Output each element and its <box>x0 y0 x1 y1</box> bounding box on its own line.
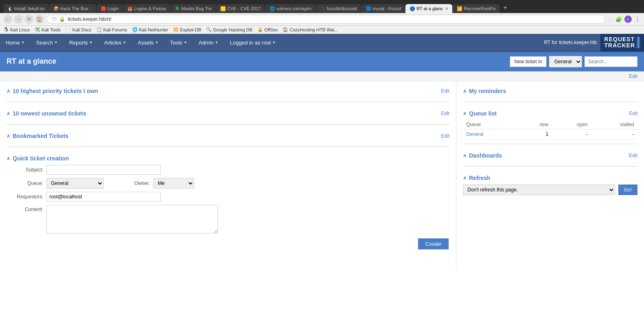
quick-creation-header: ∧ Quick ticket creation <box>7 155 449 162</box>
tab-recoverroot[interactable]: 📶RecoverRootPa <box>453 4 500 13</box>
url-bar[interactable]: 🛡 🔒 tickets.keeper.htb/rt/ <box>46 15 605 24</box>
tab-cve[interactable]: 🟨CVE - CVE-2017 <box>216 4 265 13</box>
bookmarked-title[interactable]: ∧ Bookmarked Tickets <box>7 133 69 139</box>
tab-hackthebox[interactable]: 📦Hack The Box :: <box>49 4 96 13</box>
tab-mysql[interactable]: 🟦mysql - Found <box>362 4 405 13</box>
owner-select[interactable]: Me Nobody <box>153 178 194 189</box>
highest-priority-header: ∧ 10 highest priority tickets I own Edit <box>7 88 449 94</box>
collapse-icon: ∧ <box>463 88 467 94</box>
rt-header-right: RT for tickets.keeper.htb REQUEST TRACKE… <box>544 34 644 51</box>
tab-bar: 🐧Install Jekyll on 📦Hack The Box :: 🔴Log… <box>3 2 641 13</box>
collapse-icon: ∧ <box>463 175 467 181</box>
tab-close-icon[interactable]: ✕ <box>445 7 448 11</box>
tab-rt-glance[interactable]: 🔵RT at a glanc✕ <box>405 4 452 13</box>
bookmark-kali-forums[interactable]: 📋Kali Forums <box>96 27 127 32</box>
queue-list-title[interactable]: ∧ Queue list <box>463 110 497 117</box>
subject-label: Subject: <box>7 167 43 173</box>
back-button[interactable]: ← <box>3 15 12 24</box>
collapse-icon: ∧ <box>463 111 467 116</box>
bookmark-kali-linux[interactable]: 🐧Kali Linux <box>3 27 30 32</box>
bookmark-kali-tools[interactable]: 🛠️Kali Tools <box>35 27 61 32</box>
reload-button[interactable]: ↻ <box>24 15 33 24</box>
queue-table: Queue new open stalled General 1 - - <box>463 120 637 140</box>
menu-icon[interactable]: ⋮ <box>634 16 641 23</box>
nav-assets[interactable]: Assets ▼ <box>132 36 164 50</box>
bookmark-cozyhosting[interactable]: 🏠CozyHosting HTB Wal... <box>283 27 338 32</box>
content-textarea[interactable] <box>46 205 218 233</box>
bookmark-exploit-db[interactable]: 💥Exploit-DB <box>173 27 201 32</box>
nav-logged-as[interactable]: Logged in as root ▼ <box>224 36 281 50</box>
refresh-select[interactable]: Don't refresh this page. Every 2 minutes… <box>463 185 615 195</box>
refresh-title[interactable]: ∧ Refresh <box>463 175 490 181</box>
home-button[interactable]: 🏠 <box>35 15 44 24</box>
bookmark-favicon: 🐧 <box>3 27 9 32</box>
col-stalled: stalled <box>591 120 637 129</box>
bookmark-favicon: 🔒 <box>257 27 263 32</box>
bookmark-kali-nethunter[interactable]: 🌐Kali NetHunter <box>132 27 168 32</box>
forward-button[interactable]: → <box>14 15 23 24</box>
newest-unowned-title[interactable]: ∧ 10 newest unowned tickets <box>7 110 86 117</box>
queue-select[interactable]: General Support <box>46 178 104 189</box>
tab-login[interactable]: 🔴Login <box>97 4 123 13</box>
subject-input[interactable] <box>46 165 161 175</box>
col-queue: Queue <box>463 120 517 129</box>
profile-icon: r <box>624 16 632 23</box>
requestors-row: Requestors: <box>7 192 449 202</box>
reminders-title[interactable]: ∧ My reminders <box>463 88 506 94</box>
nav-buttons: ← → ↻ 🏠 <box>3 15 44 24</box>
nav-search[interactable]: Search ▼ <box>31 36 64 50</box>
highest-priority-section: ∧ 10 highest priority tickets I own Edit <box>7 88 449 102</box>
tab-logins-passw[interactable]: 🦊Logins & Passw <box>123 4 170 13</box>
collapse-icon: ∧ <box>7 111 10 116</box>
bookmark-favicon: 🛠️ <box>35 27 40 32</box>
nav-home[interactable]: Home ▼ <box>0 36 31 50</box>
new-tab-button[interactable]: + <box>500 2 510 13</box>
bookmark-kali-docs[interactable]: 📄Kali Docs <box>66 27 91 32</box>
reports-dropdown-arrow: ▼ <box>89 40 93 44</box>
nav-articles[interactable]: Articles ▼ <box>98 36 132 50</box>
admin-dropdown-arrow: ▼ <box>215 40 219 44</box>
highest-priority-title[interactable]: ∧ 10 highest priority tickets I own <box>7 88 98 94</box>
logged-dropdown-arrow: ▼ <box>272 40 276 44</box>
bookmark-google-hacking[interactable]: 🔍Google Hacking DB <box>206 27 252 32</box>
rt-logo-request: REQUEST <box>604 36 635 42</box>
page-edit-link[interactable]: Edit <box>629 73 637 79</box>
tab-vulners[interactable]: 🌐vulners.com/api/v <box>266 4 316 13</box>
reminders-section: ∧ My reminders <box>463 88 637 102</box>
requestors-input[interactable] <box>46 192 161 202</box>
create-ticket-button[interactable]: Create <box>418 238 449 249</box>
queue-list-header: ∧ Queue list Edit <box>463 110 637 117</box>
tab-fuzzdb[interactable]: ⚫fuzzdb/docs/att <box>316 4 361 13</box>
go-button[interactable]: Go! <box>618 185 637 195</box>
page-title: RT at a glance <box>7 57 510 66</box>
newest-unowned-edit[interactable]: Edit <box>441 111 449 116</box>
queue-list-section: ∧ Queue list Edit Queue new open stalled <box>463 110 637 144</box>
nav-tools[interactable]: Tools ▼ <box>164 36 193 50</box>
bookmark-star-icon[interactable]: ☆ <box>608 16 613 22</box>
queue-select-header[interactable]: General Support <box>549 56 582 67</box>
dashboards-edit[interactable]: Edit <box>629 153 637 158</box>
header-search-input[interactable] <box>584 56 637 67</box>
nav-admin[interactable]: Admin ▼ <box>193 36 224 50</box>
edit-bar: Edit <box>0 71 644 81</box>
create-button-row: Create <box>7 237 449 249</box>
newest-unowned-header: ∧ 10 newest unowned tickets Edit <box>7 110 449 117</box>
queue-list-edit[interactable]: Edit <box>629 111 637 116</box>
queue-stalled-count: - <box>591 129 637 139</box>
queue-general-link[interactable]: General <box>466 131 484 137</box>
content-label: Content: <box>7 205 43 212</box>
highest-priority-edit[interactable]: Edit <box>441 88 449 94</box>
bookmark-offsec[interactable]: 🔒OffSec <box>257 27 278 32</box>
quick-creation-title[interactable]: ∧ Quick ticket creation <box>7 155 69 162</box>
content-row: Content: <box>7 205 449 233</box>
home-dropdown-arrow: ▼ <box>21 40 25 44</box>
left-column: ∧ 10 highest priority tickets I own Edit… <box>0 81 456 268</box>
rt-for-text: RT for tickets.keeper.htb <box>544 40 600 45</box>
nav-reports[interactable]: Reports ▼ <box>64 36 98 50</box>
bookmarked-edit[interactable]: Edit <box>441 133 449 139</box>
new-ticket-button[interactable]: New ticket in <box>510 56 547 67</box>
tab-install-jekyll[interactable]: 🐧Install Jekyll on <box>3 4 49 13</box>
tab-mantis[interactable]: 🪲Mantis Bug Tra <box>170 4 216 13</box>
requestors-label: Requestors: <box>7 194 43 200</box>
dashboards-title[interactable]: ∧ Dashboards <box>463 152 502 159</box>
